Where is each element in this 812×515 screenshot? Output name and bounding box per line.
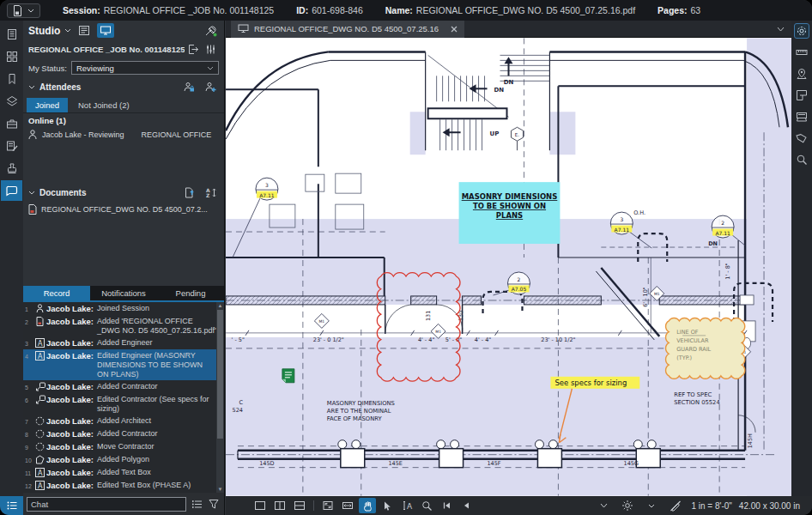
record-entry[interactable]: 8Jacob Lake:Added Contractor	[23, 427, 216, 440]
session-name: REGIONAL OFFICE _JOB No. 001148125 - 601…	[28, 45, 185, 54]
collapse-chevron-icon[interactable]	[28, 191, 35, 195]
record-entry[interactable]: 2Jacob Lake:Added 'REGIONAL OFFICE _DWG …	[23, 315, 216, 336]
attendee-permissions-icon[interactable]	[180, 80, 197, 94]
drawing-canvas[interactable]: DN DN UP E.	[226, 38, 791, 496]
zoom-tool-icon[interactable]	[418, 498, 435, 513]
svg-text:A7.11: A7.11	[715, 230, 730, 236]
svg-text:M1: M1	[318, 319, 324, 324]
tab-record[interactable]: Record	[23, 286, 90, 300]
layers-icon[interactable]	[1, 91, 22, 112]
record-entry-selected[interactable]: 4AJacob Lake:Edited Engineer (MASONRY DI…	[23, 349, 216, 380]
markup-disabled-icon[interactable]	[667, 498, 684, 513]
stamp-icon[interactable]	[1, 158, 22, 179]
session-info: Session:REGIONAL OFFICE _JOB No. 0011481…	[63, 5, 274, 15]
tab-list-chevron[interactable]	[777, 27, 785, 32]
svg-text:A: A	[38, 353, 43, 360]
record-entry[interactable]: 1Jacob Lake:Joined Session	[23, 302, 216, 315]
note-markup-icon[interactable]	[282, 369, 294, 383]
split-vertical-icon[interactable]	[271, 498, 288, 513]
record-entry[interactable]: 6Jacob Lake:Edited Contractor (See specs…	[23, 393, 216, 415]
studio-sessions-icon[interactable]	[97, 23, 114, 38]
attendee-row[interactable]: Jacob Lake - Reviewing REGIONAL OFFICE	[23, 127, 224, 142]
guard-rail-cloud-markup[interactable]: LINE OF VEHICULAR GUARD RAIL (TYP.)	[666, 318, 745, 379]
svg-text:GUARD RAIL: GUARD RAIL	[676, 346, 711, 353]
thumbnails-icon[interactable]	[1, 46, 22, 67]
page-menu-chevron[interactable]	[595, 498, 612, 513]
sets-icon[interactable]	[794, 109, 809, 124]
record-entry[interactable]: 3AJacob Lake:Added Engineer	[23, 336, 216, 349]
svg-text:145E: 145E	[388, 460, 402, 467]
callout-icon	[33, 395, 46, 404]
sort-documents-icon[interactable]: AZ	[202, 185, 219, 200]
studio-panel: Studio REGIONAL OFFICE _JOB No. 00114812…	[23, 21, 225, 515]
previous-page-icon[interactable]	[458, 498, 475, 513]
chat-input[interactable]	[27, 497, 186, 512]
session-settings-icon[interactable]	[202, 42, 219, 57]
record-scrollbar[interactable]: ▲▼	[216, 302, 224, 493]
file-menu-button[interactable]	[7, 3, 40, 18]
brightness-icon[interactable]	[619, 498, 636, 513]
markup-list-icon[interactable]	[1, 136, 22, 156]
document-tab[interactable]: REGIONAL OFFICE_DWG NO. D5 4500_07.25.16	[231, 21, 464, 38]
chat-log-icon[interactable]	[190, 497, 203, 511]
svg-text:UP: UP	[490, 130, 500, 137]
pdf-file-icon	[13, 5, 22, 16]
tag-icon[interactable]	[794, 130, 809, 146]
session-doc-icon	[238, 24, 249, 33]
session-id: ID:601-698-846	[296, 5, 363, 15]
pan-tool-icon[interactable]	[359, 498, 376, 513]
scale-readout[interactable]: 1 in = 8'-0"	[691, 501, 731, 511]
add-document-icon[interactable]	[180, 185, 197, 200]
cloud-icon	[33, 429, 46, 439]
record-entry[interactable]: 12AJacob Lake:Edited Text Box (PHASE A)	[23, 479, 216, 492]
select-text-icon[interactable]: A	[398, 498, 415, 513]
chevron-down-icon	[207, 66, 214, 70]
fit-width-icon[interactable]	[339, 498, 356, 513]
spaces-icon[interactable]	[794, 88, 809, 103]
person-icon	[33, 304, 46, 313]
masonry-textbox-markup[interactable]: MASONRY DIMENSIONS TO BE SHOWN ON PLANS	[459, 182, 561, 244]
tool-chest-icon[interactable]	[1, 113, 22, 134]
record-entry[interactable]: 10Jacob Lake:Added Polygon	[23, 453, 216, 466]
connection-status-icon[interactable]	[202, 23, 219, 38]
record-entry[interactable]: 9Jacob Lake:Move Contractor	[23, 440, 216, 453]
leave-session-icon[interactable]	[185, 42, 202, 57]
file-access-icon[interactable]	[1, 24, 22, 45]
record-entry[interactable]: 7Jacob Lake:Added Architect	[23, 415, 216, 427]
single-pane-icon[interactable]	[251, 498, 269, 513]
tab-not-joined[interactable]: Not Joined (2)	[70, 98, 138, 112]
collapse-chevron-icon[interactable]	[28, 85, 35, 89]
svg-text:4' - 4": 4' - 4"	[418, 336, 434, 343]
brightness-chevron[interactable]	[643, 498, 660, 513]
record-entry[interactable]: 11AJacob Lake:Added Text Box	[23, 466, 216, 479]
select-tool-icon[interactable]	[379, 498, 396, 513]
first-page-icon[interactable]	[438, 498, 455, 513]
page-size-readout: 42.00 x 30.00 in	[739, 501, 800, 511]
record-entry[interactable]: 13AJacob Lake:Edit Markups	[23, 492, 216, 493]
svg-text:DN: DN	[494, 87, 505, 94]
measure-ruler-icon[interactable]	[794, 45, 809, 60]
svg-text:M1: M1	[654, 292, 660, 296]
app-window: Session:REGIONAL OFFICE _JOB No. 0011481…	[0, 0, 812, 515]
bookmarks-icon[interactable]	[1, 69, 22, 89]
record-entry[interactable]: 5Jacob Lake:Added Contractor	[23, 380, 216, 393]
svg-text:MASONRY DIMENSIONS: MASONRY DIMENSIONS	[327, 400, 395, 407]
search-icon[interactable]	[794, 152, 809, 167]
properties-gear-icon[interactable]	[794, 23, 809, 39]
filter-icon[interactable]	[207, 497, 221, 511]
places-pin-icon[interactable]	[794, 66, 809, 82]
svg-text:145G: 145G	[624, 460, 639, 467]
invite-attendee-icon[interactable]	[202, 80, 219, 94]
tab-notifications[interactable]: Notifications	[90, 286, 157, 300]
markup-list-toggle[interactable]	[0, 496, 23, 515]
my-status-select[interactable]: Reviewing	[71, 61, 219, 75]
tab-pending[interactable]: Pending	[157, 286, 224, 300]
fit-page-icon[interactable]	[319, 498, 336, 513]
studio-icon[interactable]	[1, 180, 22, 201]
studio-dropdown-chevron[interactable]	[64, 28, 71, 33]
document-item[interactable]: REGIONAL OFFICE_DWG NO. D5 4500_07.2...	[23, 202, 224, 216]
studio-projects-icon[interactable]	[76, 23, 93, 38]
close-tab-icon[interactable]	[451, 26, 458, 33]
tab-joined[interactable]: Joined	[27, 98, 68, 112]
split-horizontal-icon[interactable]	[291, 498, 308, 513]
